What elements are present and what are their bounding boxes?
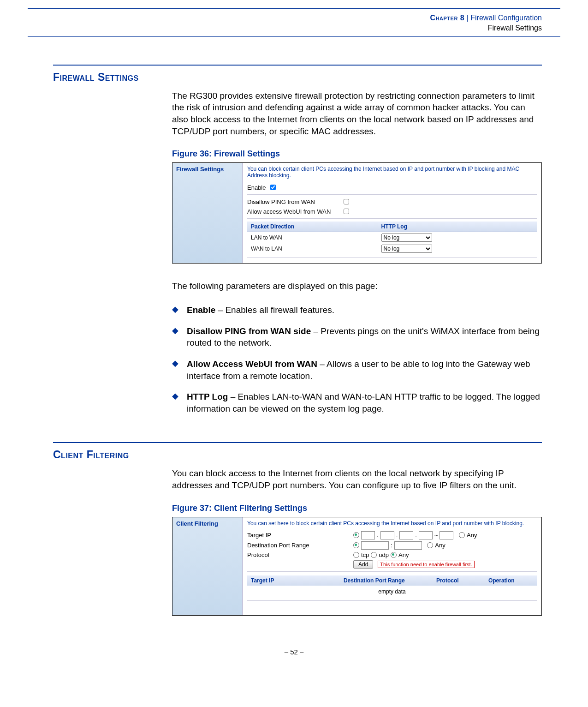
protocol-radio-tcp[interactable] xyxy=(353,552,359,558)
tcp-label: tcp xyxy=(361,551,369,558)
target-ip-radio-specific[interactable] xyxy=(353,532,359,538)
section-title-firewall-settings: Firewall Settings xyxy=(53,71,542,84)
bullet-text: HTTP Log – Enables LAN-to-WAN and WAN-to… xyxy=(187,391,542,414)
firewall-intro-text: The RG300 provides extensive firewall pr… xyxy=(172,90,542,138)
col-dest-port: Destination Port Range xyxy=(340,575,433,586)
header-rule-bottom xyxy=(28,36,560,37)
protocol-radio-udp[interactable] xyxy=(371,552,377,558)
list-item: ◆ HTTP Log – Enables LAN-to-WAN and WAN-… xyxy=(172,391,542,414)
header-separator: | xyxy=(464,14,470,22)
empty-data-cell: empty data xyxy=(247,586,537,598)
diamond-bullet-icon: ◆ xyxy=(172,391,178,414)
allow-webui-checkbox[interactable] xyxy=(344,209,349,214)
log-select-lan-wan[interactable]: No log xyxy=(381,234,432,242)
parameter-bullet-list: ◆ Enable – Enables all firewall features… xyxy=(172,304,542,414)
dest-port-label: Destination Port Range xyxy=(247,542,353,549)
ip-octet-input[interactable] xyxy=(361,531,375,539)
client-filtering-screenshot: Client Filtering You can set here to blo… xyxy=(172,517,542,616)
col-operation: Operation xyxy=(485,575,537,586)
http-log-table: Packet Direction HTTP Log LAN to WAN No … xyxy=(247,222,537,254)
ip-octet-input[interactable] xyxy=(419,531,433,539)
cell-direction: WAN to LAN xyxy=(247,243,378,254)
figure-37-caption: Figure 37: Client Filtering Settings xyxy=(172,503,542,513)
page-header: Chapter 8 | Firewall Configuration Firew… xyxy=(0,13,542,34)
bullet-text: Disallow PING from WAN side – Prevents p… xyxy=(187,325,542,349)
port-radio-specific[interactable] xyxy=(353,542,359,548)
ip-octet-input[interactable] xyxy=(399,531,413,539)
section-rule xyxy=(53,442,542,443)
bullet-text: Allow Access WebUI from WAN – Allows a u… xyxy=(187,358,542,382)
add-button[interactable]: Add xyxy=(353,560,373,569)
diamond-bullet-icon: ◆ xyxy=(172,358,178,382)
figure-36-caption: Figure 36: Firewall Settings xyxy=(172,149,542,159)
port-radio-any[interactable] xyxy=(427,542,433,548)
enable-checkbox[interactable] xyxy=(270,185,276,190)
col-packet-direction: Packet Direction xyxy=(247,222,378,232)
ip-octet-input[interactable] xyxy=(440,531,453,539)
firewall-warning: This function need to enable firewall fi… xyxy=(378,561,474,568)
table-row: WAN to LAN No log xyxy=(247,243,537,254)
header-title: Firewall Configuration xyxy=(470,14,542,22)
list-item: ◆ Disallow PING from WAN side – Prevents… xyxy=(172,325,542,349)
table-row: LAN to WAN No log xyxy=(247,232,537,244)
enable-label: Enable xyxy=(247,184,266,191)
target-ip-label: Target IP xyxy=(247,532,353,539)
col-protocol: Protocol xyxy=(433,575,485,586)
divider xyxy=(247,600,537,601)
screenshot-description: You can block certain client PCs accessi… xyxy=(247,166,537,179)
disallow-ping-label: Disallow PING from WAN xyxy=(247,198,342,205)
bullet-text: Enable – Enables all firewall features. xyxy=(187,304,334,316)
chapter-label: Chapter 8 xyxy=(430,14,465,22)
allow-webui-label: Allow access WebUI from WAN xyxy=(247,208,342,215)
any-label: Any xyxy=(398,551,409,558)
target-ip-radio-any[interactable] xyxy=(459,532,465,538)
table-row: empty data xyxy=(247,586,537,598)
section-title-client-filtering: Client Filtering xyxy=(53,449,542,461)
diamond-bullet-icon: ◆ xyxy=(172,304,178,316)
list-item: ◆ Enable – Enables all firewall features… xyxy=(172,304,542,316)
header-subtitle: Firewall Settings xyxy=(488,24,542,32)
client-filter-table: Target IP Destination Port Range Protoco… xyxy=(247,575,537,598)
any-label: Any xyxy=(435,542,445,549)
firewall-settings-screenshot: Firewall Settings You can block certain … xyxy=(172,162,542,264)
client-filtering-intro: You can block access to the Internet fro… xyxy=(172,467,542,491)
any-label: Any xyxy=(467,532,477,539)
list-item: ◆ Allow Access WebUI from WAN – Allows a… xyxy=(172,358,542,382)
header-rule-top xyxy=(28,8,560,9)
page-number: – 52 – xyxy=(0,648,588,656)
divider xyxy=(247,194,537,195)
protocol-label: Protocol xyxy=(247,551,353,558)
divider xyxy=(247,571,537,572)
disallow-ping-checkbox[interactable] xyxy=(344,199,349,204)
screenshot-side-label: Client Filtering xyxy=(172,517,243,615)
port-to-input[interactable] xyxy=(394,541,422,550)
section-rule xyxy=(53,65,542,66)
screenshot-side-label: Firewall Settings xyxy=(172,163,243,263)
col-http-log: HTTP Log xyxy=(378,222,537,232)
log-select-wan-lan[interactable]: No log xyxy=(381,245,432,253)
udp-label: udp xyxy=(379,551,389,558)
protocol-radio-any[interactable] xyxy=(391,552,397,558)
ip-octet-input[interactable] xyxy=(380,531,394,539)
screenshot-description: You can set here to block certain client… xyxy=(247,520,537,527)
diamond-bullet-icon: ◆ xyxy=(172,325,178,349)
cell-direction: LAN to WAN xyxy=(247,232,378,244)
col-target-ip: Target IP xyxy=(247,575,340,586)
port-from-input[interactable] xyxy=(361,541,389,550)
divider xyxy=(247,257,537,258)
divider xyxy=(247,218,537,219)
following-parameters-text: The following parameters are displayed o… xyxy=(172,280,542,292)
